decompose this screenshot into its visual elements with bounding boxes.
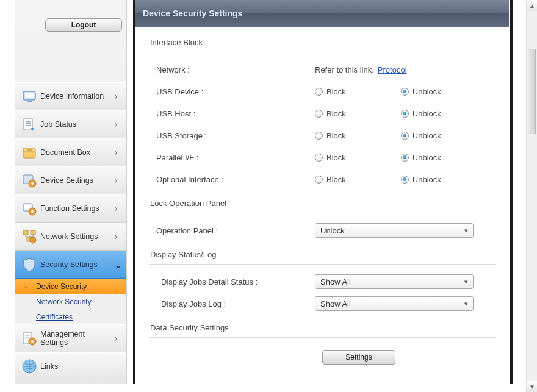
radio-label: Unblock xyxy=(413,175,441,184)
sidebar-item-label: Job Status xyxy=(38,120,114,129)
svg-rect-4 xyxy=(26,121,31,123)
row-label: USB Device : xyxy=(156,87,315,96)
usb-host-unblock-radio[interactable]: Unblock xyxy=(401,109,441,118)
chevron-down-icon: ⌄ xyxy=(114,259,123,271)
links-icon xyxy=(20,357,38,376)
svg-rect-22 xyxy=(25,335,30,336)
parallel-if-unblock-radio[interactable]: Unblock xyxy=(401,153,441,162)
sidebar-subitem-device-security[interactable]: ↳ Device Security xyxy=(15,279,126,294)
parallel-if-radio-group: Block Unblock xyxy=(315,153,441,162)
row-data-security-settings: Settings xyxy=(149,344,496,366)
content-area: Interface Block Network : Refer to this … xyxy=(135,27,509,384)
vertical-scrollbar[interactable]: ▲ ▼ xyxy=(526,0,537,392)
scroll-up-arrow[interactable]: ▲ xyxy=(527,0,537,11)
subitem-label: Network Security xyxy=(36,298,92,306)
sidebar-item-device-information[interactable]: Device Information › xyxy=(15,82,126,110)
usb-storage-unblock-radio[interactable]: Unblock xyxy=(401,131,441,140)
radio-label: Block xyxy=(326,87,346,96)
radio-label: Unblock xyxy=(413,153,441,162)
subitem-label: Certificates xyxy=(36,313,73,321)
sidebar-item-management-settings[interactable]: Management Settings › xyxy=(15,324,126,352)
section-display-status-log-title: Display Status/Log xyxy=(149,241,496,265)
svg-point-20 xyxy=(30,237,36,243)
optional-interface-block-radio[interactable]: Block xyxy=(315,175,346,184)
sidebar-subitem-network-security[interactable]: Network Security xyxy=(15,294,126,309)
svg-rect-18 xyxy=(31,230,35,235)
parallel-if-block-radio[interactable]: Block xyxy=(315,153,346,162)
section-data-security-title: Data Security Settings xyxy=(149,315,496,338)
chevron-right-icon: › xyxy=(114,333,123,344)
row-usb-storage: USB Storage : Block Unblock xyxy=(149,124,496,146)
sidebar-item-label: Document Box xyxy=(38,148,114,157)
row-parallel-if: Parallel I/F : Block Unblock xyxy=(149,146,496,168)
section-interface-block-title: Interface Block xyxy=(149,38,496,52)
sidebar-item-label: Security Settings xyxy=(38,260,114,269)
logout-area: Logout xyxy=(15,0,126,82)
row-usb-host: USB Host : Block Unblock xyxy=(149,102,496,124)
usb-host-radio-group: Block Unblock xyxy=(315,109,441,118)
sidebar: Logout Device Information › Job Status ›… xyxy=(15,0,127,384)
svg-rect-2 xyxy=(27,101,32,102)
usb-device-radio-group: Block Unblock xyxy=(315,87,441,96)
sidebar-item-function-settings[interactable]: Function Settings › xyxy=(15,194,126,223)
security-settings-icon xyxy=(20,255,38,274)
svg-point-25 xyxy=(31,340,34,343)
job-status-icon xyxy=(20,115,38,134)
chevron-right-icon: › xyxy=(114,231,123,242)
sidebar-item-label: Function Settings xyxy=(38,204,114,213)
chevron-right-icon: › xyxy=(114,203,123,214)
sidebar-item-job-status[interactable]: Job Status › xyxy=(15,110,126,138)
usb-storage-radio-group: Block Unblock xyxy=(315,131,441,140)
sidebar-subitem-certificates[interactable]: Certificates xyxy=(15,309,126,324)
row-label: Parallel I/F : xyxy=(156,153,315,162)
usb-host-block-radio[interactable]: Block xyxy=(315,109,346,118)
network-settings-icon xyxy=(20,227,38,246)
sidebar-item-network-settings[interactable]: Network Settings › xyxy=(15,223,126,251)
optional-interface-unblock-radio[interactable]: Unblock xyxy=(401,175,441,184)
row-label: Optional Interface : xyxy=(156,175,315,184)
sidebar-item-links[interactable]: Links xyxy=(15,352,126,380)
scroll-down-arrow[interactable]: ▼ xyxy=(527,381,537,392)
sidebar-item-document-box[interactable]: Document Box › xyxy=(15,138,126,166)
row-optional-interface: Optional Interface : Block Unblock xyxy=(149,168,496,190)
row-label: Display Jobs Log : xyxy=(156,299,315,308)
radio-label: Unblock xyxy=(413,109,441,118)
protocol-link[interactable]: Protocol xyxy=(378,65,407,74)
radio-label: Unblock xyxy=(413,87,441,96)
svg-point-12 xyxy=(31,182,34,185)
radio-label: Block xyxy=(326,109,346,118)
sidebar-item-security-settings[interactable]: Security Settings ⌄ xyxy=(15,251,126,279)
display-jobs-log-select[interactable]: Show All xyxy=(315,296,474,311)
section-lock-operation-panel-title: Lock Operation Panel xyxy=(149,190,496,213)
sidebar-item-label: Device Settings xyxy=(38,176,114,185)
row-network: Network : Refer to this link. Protocol xyxy=(149,59,496,80)
usb-device-block-radio[interactable]: Block xyxy=(315,87,346,96)
logout-button[interactable]: Logout xyxy=(45,18,122,32)
row-operation-panel: Operation Panel : Unlock xyxy=(149,219,496,241)
scroll-track[interactable] xyxy=(527,11,537,381)
network-note: Refer to this link. xyxy=(315,65,374,74)
subitem-label: Device Security xyxy=(36,282,87,291)
device-info-icon xyxy=(20,87,38,105)
radio-label: Block xyxy=(326,175,346,184)
svg-rect-1 xyxy=(25,93,34,98)
data-security-settings-button[interactable]: Settings xyxy=(322,350,395,365)
svg-point-16 xyxy=(31,210,34,213)
sidebar-item-label: Network Settings xyxy=(38,232,114,241)
row-label: Network : xyxy=(156,65,315,74)
chevron-right-icon: › xyxy=(114,147,123,158)
scroll-thumb[interactable] xyxy=(528,49,536,134)
radio-label: Unblock xyxy=(413,131,441,140)
svg-rect-17 xyxy=(23,230,28,235)
usb-storage-block-radio[interactable]: Block xyxy=(315,131,346,140)
usb-device-unblock-radio[interactable]: Unblock xyxy=(401,87,441,96)
selected-arrow-icon: ↳ xyxy=(23,282,28,290)
display-jobs-detail-status-select[interactable]: Show All xyxy=(315,274,474,289)
sidebar-item-label: Device Information xyxy=(38,92,114,101)
chevron-right-icon: › xyxy=(114,119,123,130)
security-subitems: ↳ Device Security Network Security Certi… xyxy=(15,279,126,324)
operation-panel-select[interactable]: Unlock xyxy=(315,223,474,238)
sidebar-item-device-settings[interactable]: Device Settings › xyxy=(15,166,126,194)
row-label: Display Jobs Detail Status : xyxy=(156,277,315,287)
row-usb-device: USB Device : Block Unblock xyxy=(149,80,496,102)
